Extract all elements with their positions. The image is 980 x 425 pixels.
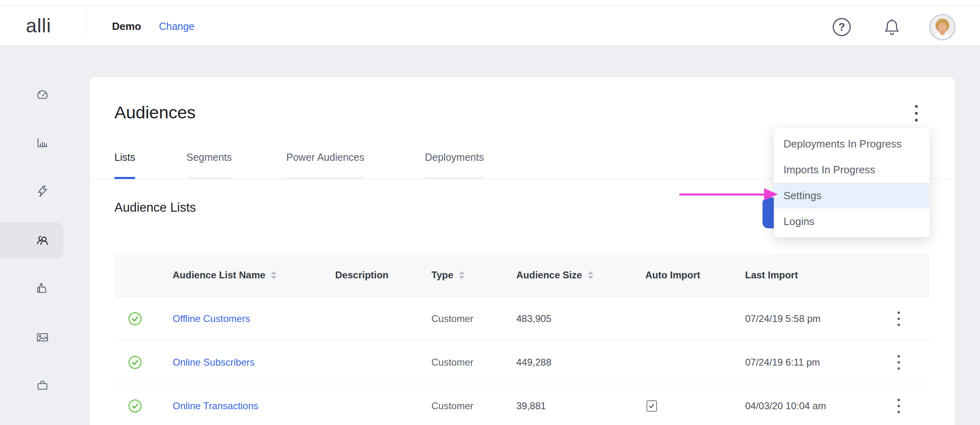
- change-account-link[interactable]: Change: [159, 21, 194, 32]
- account-switcher: Demo Change: [112, 20, 194, 33]
- menu-item-logins[interactable]: Logins: [774, 208, 929, 234]
- thumbs-up-icon: [36, 281, 49, 295]
- header-divider: [87, 11, 87, 36]
- sidebar-item-creative[interactable]: [36, 330, 49, 344]
- col-header-audience-size[interactable]: Audience Size: [516, 269, 593, 281]
- sort-icon[interactable]: [459, 271, 465, 279]
- col-header-description: Description: [335, 269, 389, 281]
- col-header-audience-list-name[interactable]: Audience List Name: [173, 269, 277, 281]
- audience-size-cell: 449,288: [516, 357, 551, 368]
- tab-lists[interactable]: Lists: [114, 152, 135, 179]
- active-nav-highlight: [0, 222, 63, 259]
- sidebar-item-engagement[interactable]: [36, 281, 49, 295]
- audience-list-link[interactable]: Online Subscribers: [173, 357, 255, 368]
- status-success-icon: [128, 356, 142, 369]
- table-row: Offline Customers Customer 483,905 07/24…: [114, 297, 930, 341]
- table-header-row: Audience List Name Description Type Audi…: [114, 253, 930, 297]
- type-cell: Customer: [431, 313, 473, 324]
- audiences-card: Audiences Lists Segments Power Audiences…: [90, 77, 955, 425]
- type-cell: Customer: [431, 400, 473, 412]
- sidebar-item-analytics[interactable]: [36, 136, 49, 149]
- page-title: Audiences: [114, 103, 196, 122]
- app-screen: alli Demo Change ?: [0, 0, 980, 425]
- page-kebab-menu-icon[interactable]: [910, 102, 922, 124]
- sort-icon[interactable]: [588, 271, 593, 279]
- annotation-arrow-head: [764, 188, 778, 200]
- image-icon: [36, 330, 49, 344]
- menu-item-settings[interactable]: Settings: [774, 183, 929, 208]
- last-import-cell: 04/03/20 10:04 am: [745, 400, 826, 412]
- account-name: Demo: [112, 20, 141, 33]
- users-icon: [36, 233, 49, 247]
- lightning-icon: [36, 184, 49, 198]
- top-bar: alli Demo Change ?: [0, 0, 980, 46]
- annotation-arrow-line: [679, 194, 766, 196]
- context-menu: Deployments In Progress Imports In Progr…: [774, 128, 929, 237]
- audience-lists-table: Audience List Name Description Type Audi…: [114, 253, 930, 425]
- row-kebab-menu-icon[interactable]: [893, 352, 904, 373]
- bar-chart-icon: [36, 136, 49, 149]
- last-import-cell: 07/24/19 5:58 pm: [745, 313, 821, 324]
- menu-item-imports-in-progress[interactable]: Imports In Progress: [774, 157, 929, 183]
- checkbox-checked-icon[interactable]: [646, 400, 657, 412]
- user-avatar[interactable]: [929, 14, 956, 40]
- bag-icon: [36, 379, 49, 392]
- sidebar-item-dashboard[interactable]: [36, 88, 49, 102]
- table-row: Online Transactions Customer 39,881 04/0…: [114, 384, 930, 425]
- audience-list-link[interactable]: Online Transactions: [173, 400, 258, 412]
- auto-import-checkbox[interactable]: [646, 400, 657, 412]
- sidebar-item-activations[interactable]: [36, 184, 49, 198]
- col-header-last-import: Last Import: [745, 269, 798, 281]
- status-success-icon: [128, 399, 142, 413]
- tab-bar: Lists Segments Power Audiences Deploymen…: [114, 152, 680, 179]
- row-kebab-menu-icon[interactable]: [893, 308, 904, 329]
- col-header-type[interactable]: Type: [431, 269, 465, 281]
- sidebar-item-commerce[interactable]: [36, 379, 49, 392]
- tab-deployments[interactable]: Deployments: [425, 152, 484, 179]
- help-icon[interactable]: ?: [832, 17, 852, 37]
- last-import-cell: 07/24/19 6:11 pm: [745, 357, 820, 368]
- tab-power-audiences[interactable]: Power Audiences: [286, 152, 364, 179]
- table-row: Online Subscribers Customer 449,288 07/2…: [114, 341, 930, 384]
- menu-item-deployments-in-progress[interactable]: Deployments In Progress: [774, 131, 929, 157]
- alli-logo[interactable]: alli: [26, 15, 51, 37]
- col-header-auto-import: Auto Import: [645, 269, 700, 281]
- status-success-icon: [128, 312, 142, 326]
- svg-text:?: ?: [838, 21, 845, 33]
- gauge-icon: [36, 88, 49, 102]
- notifications-bell-icon[interactable]: [883, 18, 901, 36]
- row-kebab-menu-icon[interactable]: [893, 396, 904, 417]
- audience-list-link[interactable]: Offline Customers: [173, 313, 250, 324]
- sidebar-item-audiences[interactable]: [36, 233, 49, 247]
- audience-size-cell: 39,881: [516, 400, 546, 412]
- tab-segments[interactable]: Segments: [186, 152, 232, 179]
- section-title: Audience Lists: [114, 200, 196, 215]
- audience-size-cell: 483,905: [516, 313, 551, 324]
- type-cell: Customer: [431, 357, 473, 368]
- sort-icon[interactable]: [271, 271, 277, 279]
